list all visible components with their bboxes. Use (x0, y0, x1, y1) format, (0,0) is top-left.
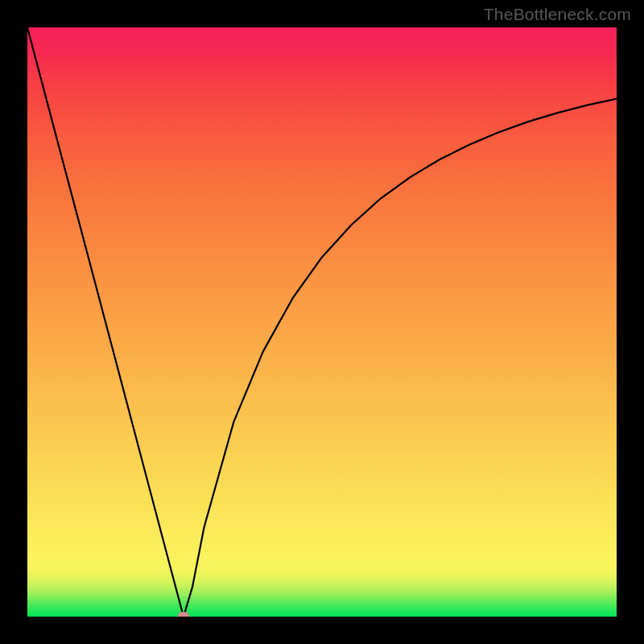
plot-area (27, 27, 617, 617)
watermark-text: TheBottleneck.com (484, 5, 631, 24)
min-marker (178, 612, 189, 617)
chart-frame: TheBottleneck.com (0, 0, 644, 644)
background-gradient (27, 27, 617, 617)
